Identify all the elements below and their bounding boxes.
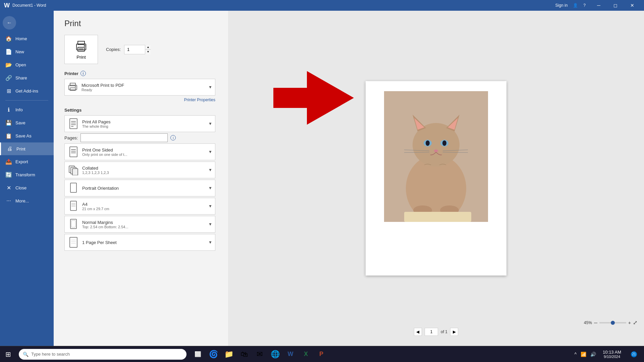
setting-paper-size-sub: 21 cm x 29.7 cm [82,207,208,211]
setting-print-sides-text: Print One Sided Only print on one side o… [82,147,208,157]
taskbar-app-chrome[interactable]: 🌐 [268,347,282,362]
setting-orientation-main: Portrait Orientation [82,186,208,191]
printer-dropdown-arrow: ▼ [208,85,212,89]
setting-print-pages[interactable]: Print All Pages The whole thing ▼ [64,115,215,132]
print-sides-arrow: ▼ [208,149,212,154]
pages-row: Pages: i [64,133,214,142]
printer-info-icon[interactable]: i [80,71,86,76]
app-title: Document1 - Word [12,3,46,8]
setting-pages-per-sheet[interactable]: 1 Page Per Sheet ▼ [64,234,215,251]
svg-rect-22 [70,183,76,192]
prev-page-button[interactable]: ◀ [414,328,422,336]
sidebar-back-button[interactable]: ← [3,16,16,29]
zoom-out-button[interactable]: ─ [594,320,597,325]
zoom-in-button[interactable]: + [628,320,631,325]
sidebar-item-share[interactable]: 🔗 Share [0,71,54,84]
transform-icon: 🔄 [5,172,12,178]
start-button[interactable]: ⊞ [0,346,16,362]
taskbar-app-explorer[interactable]: 📁 [221,347,236,362]
sidebar-item-info[interactable]: ℹ Info [0,103,54,116]
svg-point-45 [434,149,438,152]
date-display: 9/10/2024 [603,355,621,359]
svg-marker-33 [273,71,354,125]
pages-info-icon[interactable]: i [170,135,176,140]
taskbar-app-cortana[interactable]: ⬜ [191,347,205,362]
sidebar-item-label: Save [15,120,25,125]
setting-margins-sub: Top: 2.54 cm Bottom: 2.54... [82,225,208,229]
paper-size-arrow: ▼ [208,204,212,208]
taskbar-search-box[interactable]: 🔍 Type here to search [19,349,186,360]
setting-print-sides-sub: Only print on one side of t... [82,153,208,157]
setting-margins-main: Normal Margins [82,220,208,225]
pages-label: Pages: [64,135,78,140]
sidebar-item-get-add-ins[interactable]: ⊞ Get Add-ins [0,84,54,98]
cat-image-preview [384,91,488,222]
zoom-slider[interactable] [599,322,626,323]
taskbar-app-powerpoint[interactable]: P [314,347,329,362]
setting-paper-size[interactable]: A4 21 cm x 29.7 cm ▼ [64,198,215,215]
sidebar-item-new[interactable]: 📄 New [0,45,54,58]
sidebar-item-close[interactable]: ✕ Close [0,181,54,194]
taskbar-app-word[interactable]: W [283,347,298,362]
clock[interactable]: 10:13 AM 9/10/2024 [600,349,624,359]
taskbar-apps: ⬜ 🌀 📁 🛍 ✉ 🌐 W X P [191,347,329,362]
pages-input[interactable] [80,133,168,142]
settings-header: Settings [64,108,214,113]
setting-collated[interactable]: Collated 1,2,3 1,2,3 1,2,3 ▼ [64,162,215,178]
printer-device-icon [67,82,78,93]
print-pages-icon [67,118,79,130]
app-body: ← 🏠 Home 📄 New 📂 Open 🔗 Share ⊞ Get Add-… [0,11,644,346]
preview-nav: ◀ of 1 ▶ [414,328,458,336]
volume-icon[interactable]: 🔊 [589,350,597,358]
sidebar-item-open[interactable]: 📂 Open [0,58,54,71]
svg-rect-7 [70,83,75,86]
sidebar-item-home[interactable]: 🏠 Home [0,32,54,45]
svg-rect-28 [71,221,75,227]
sidebar-item-export[interactable]: 📤 Export [0,155,54,168]
taskbar-app-excel[interactable]: X [299,347,313,362]
taskbar-app-store[interactable]: 🛍 [237,347,252,362]
printer-name: Microsoft Print to PDF [82,83,208,88]
print-button-row: Print Copies: ▲ ▼ [64,35,214,64]
setting-orientation[interactable]: Portrait Orientation ▼ [64,180,215,196]
minimize-button[interactable]: ─ [591,0,606,11]
sidebar-item-save-as[interactable]: 📋 Save As [0,129,54,142]
print-button[interactable]: Print [64,35,98,64]
printer-dropdown[interactable]: Microsoft Print to PDF Ready ▼ [64,79,215,96]
taskbar-app-edge[interactable]: 🌀 [206,347,221,362]
sidebar-item-label: Home [15,36,27,41]
more-icon: ··· [5,198,12,204]
close-button[interactable]: ✕ [625,0,640,11]
account-icon-button[interactable]: 👤 [573,3,578,8]
printer-properties-link[interactable]: Printer Properties [64,98,215,102]
setting-print-sides[interactable]: Print One Sided Only print on one side o… [64,143,215,160]
sidebar-item-label: Share [15,75,27,80]
tray-expand-icon[interactable]: ^ [573,350,578,358]
notification-button[interactable]: 21 [627,347,641,362]
sidebar-item-save[interactable]: 💾 Save [0,116,54,129]
copies-down-button[interactable]: ▼ [145,50,151,54]
sidebar-item-transform[interactable]: 🔄 Transform [0,168,54,181]
sign-in-button[interactable]: Sign in [555,3,568,8]
printer-svg-icon [67,82,78,91]
sidebar-divider [5,100,48,101]
help-button[interactable]: ? [583,3,586,8]
sidebar-item-label: Close [15,185,26,190]
sidebar-item-print[interactable]: 🖨 Print [0,142,54,155]
network-icon[interactable]: 📶 [579,350,588,358]
print-button-label: Print [76,55,86,60]
next-page-button[interactable]: ▶ [450,328,458,336]
zoom-level: 45% [584,320,592,325]
maximize-button[interactable]: ◻ [608,0,623,11]
sidebar-item-more[interactable]: ··· More... [0,194,54,207]
margins-arrow: ▼ [208,222,212,227]
taskbar-app-mail[interactable]: ✉ [252,347,267,362]
copies-up-button[interactable]: ▲ [145,45,151,50]
setting-paper-size-text: A4 21 cm x 29.7 cm [82,202,208,211]
page-number-input[interactable] [425,328,438,336]
setting-margins[interactable]: Normal Margins Top: 2.54 cm Bottom: 2.54… [64,216,215,233]
fit-page-button[interactable]: ⤢ [633,319,637,326]
title-bar: W Document1 - Word Sign in 👤 ? ─ ◻ ✕ [0,0,644,11]
setting-paper-size-main: A4 [82,202,208,207]
word-logo: W [4,2,10,9]
